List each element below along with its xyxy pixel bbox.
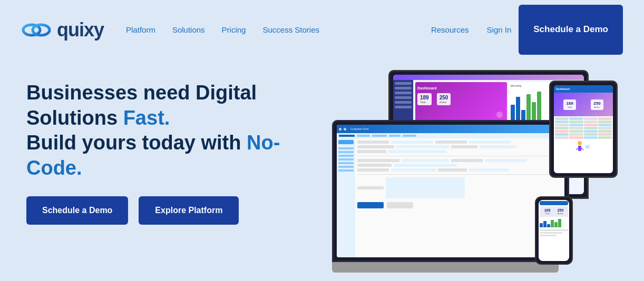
main-nav: Platform Solutions Pricing Success Stori… xyxy=(120,21,519,39)
svg-point-6 xyxy=(578,141,582,145)
phone-mockup: 189 Total 250 Active xyxy=(535,196,573,265)
logo-icon xyxy=(21,15,52,45)
nav-success-stories[interactable]: Success Stories xyxy=(256,21,326,39)
nav-sign-in[interactable]: Sign In xyxy=(480,21,519,38)
explore-platform-button[interactable]: Explore Platform xyxy=(139,196,239,225)
hero-content: Businesses need Digital Solutions Fast. … xyxy=(26,70,321,225)
hero-schedule-demo-button[interactable]: Schedule a Demo xyxy=(26,196,128,225)
phone-screen: 189 Total 250 Active xyxy=(539,200,569,261)
hero-headline: Businesses need Digital Solutions Fast. … xyxy=(26,81,321,180)
logo-link[interactable]: quixy xyxy=(21,15,104,45)
svg-line-8 xyxy=(576,148,578,150)
headline-fast: Fast. xyxy=(123,107,170,129)
laptop-mockup: Customer Form xyxy=(332,120,569,275)
nav-platform[interactable]: Platform xyxy=(120,21,162,38)
svg-line-9 xyxy=(581,148,583,150)
nav-solutions[interactable]: Solutions xyxy=(166,21,211,38)
hero-section: Businesses need Digital Solutions Fast. … xyxy=(0,59,644,281)
hero-buttons: Schedule a Demo Explore Platform xyxy=(26,196,321,225)
tablet-screen: Dashboard 189 Total 250 Active xyxy=(554,85,613,173)
logo-text: quixy xyxy=(57,19,104,41)
hero-devices: Dashboard 189 Total 250 xyxy=(332,70,618,275)
header-schedule-demo-button[interactable]: Schedule a Demo xyxy=(519,5,623,55)
headline-part2: Build yours today with xyxy=(26,132,247,154)
form-screen: Customer Form xyxy=(337,125,564,257)
svg-rect-7 xyxy=(578,146,581,151)
site-header: quixy Platform Solutions Pricing Success… xyxy=(0,0,644,59)
nav-pricing[interactable]: Pricing xyxy=(216,21,252,38)
tablet-mockup: Dashboard 189 Total 250 Active xyxy=(549,81,618,178)
svg-rect-10 xyxy=(585,145,590,149)
svg-point-3 xyxy=(496,112,503,118)
nav-resources[interactable]: Resources xyxy=(425,21,475,38)
